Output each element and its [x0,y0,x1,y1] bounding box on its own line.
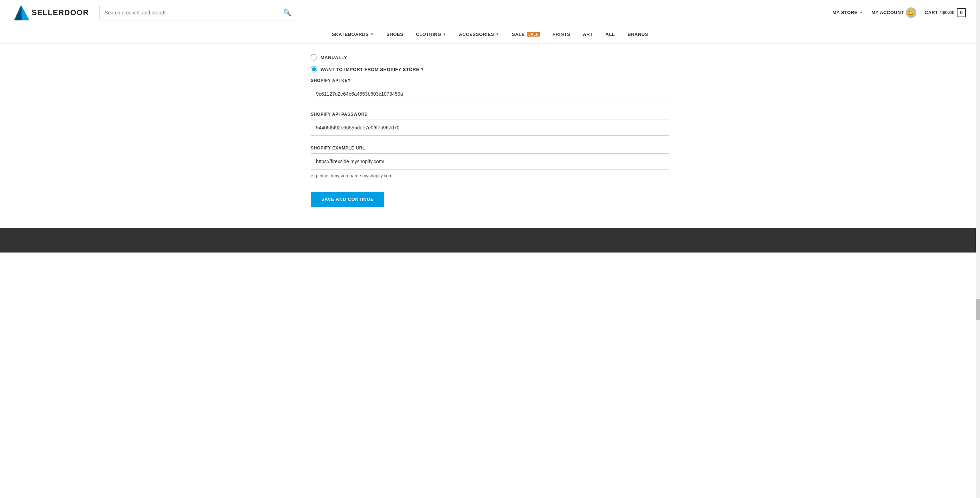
my-store-chevron-icon: ▼ [859,11,863,14]
logo-icon [14,5,30,21]
accessories-chevron-icon: ▼ [496,32,499,36]
sale-badge: SALE [527,32,540,37]
nav-item-skateboards[interactable]: SKATEBOARDS ▼ [332,32,374,37]
save-and-continue-button[interactable]: SAVE AND CONTINUE [311,192,384,207]
my-store-button[interactable]: MY STORE ▼ [832,10,863,15]
nav-item-clothing[interactable]: CLOTHING ▼ [416,32,446,37]
scrollbar-track[interactable] [976,0,980,252]
nav-item-sale[interactable]: SALE SALE [512,32,539,37]
nav-item-prints[interactable]: PRINTS [552,32,571,37]
api-password-label: SHOPIFY API PASSWORD [311,112,669,117]
api-password-input[interactable] [311,120,669,136]
search-icon: 🔍 [283,9,291,16]
clothing-chevron-icon: ▼ [442,32,446,36]
cart-button[interactable]: CART / $0.00 0 [925,8,966,17]
api-key-section: SHOPIFY API KEY [311,78,669,102]
shopify-import-label: WANT TO IMPORT FROM SHOPIFY STORE ? [321,67,423,72]
footer [0,228,980,252]
example-url-hint: e.g. https://mystorename.myshopify.com [311,173,669,178]
main-content: MANUALLY WANT TO IMPORT FROM SHOPIFY STO… [297,44,683,228]
example-url-section: SHOPIFY EXAMPLE URL e.g. https://mystore… [311,145,669,178]
api-key-input[interactable] [311,86,669,102]
example-url-input[interactable] [311,153,669,169]
manually-radio[interactable] [311,54,317,61]
manually-radio-option[interactable]: MANUALLY [311,54,669,61]
main-nav: SKATEBOARDS ▼ SHOES CLOTHING ▼ ACCESSORI… [0,26,980,44]
example-url-label: SHOPIFY EXAMPLE URL [311,145,669,150]
shopify-radio-option[interactable]: WANT TO IMPORT FROM SHOPIFY STORE ? [311,66,669,72]
manually-label: MANUALLY [321,55,347,60]
nav-item-shoes[interactable]: SHOES [386,32,403,37]
my-account-button[interactable]: MY ACCOUNT 😀 [871,7,916,18]
search-bar: 🔍 [99,5,296,21]
api-key-label: SHOPIFY API KEY [311,78,669,83]
logo[interactable]: SELLERDOOR [14,5,89,21]
header: SELLERDOOR 🔍 MY STORE ▼ MY ACCOUNT 😀 CAR… [0,0,980,26]
logo-text: SELLERDOOR [32,8,89,17]
avatar: 😀 [906,7,916,18]
search-input[interactable] [105,10,283,16]
svg-marker-2 [15,6,22,21]
skateboards-chevron-icon: ▼ [370,32,374,36]
shopify-radio[interactable] [311,66,317,72]
api-password-section: SHOPIFY API PASSWORD [311,112,669,136]
header-right: MY STORE ▼ MY ACCOUNT 😀 CART / $0.00 0 [832,7,966,18]
nav-item-accessories[interactable]: ACCESSORIES ▼ [459,32,500,37]
cart-count-badge: 0 [957,8,966,17]
nav-item-art[interactable]: ART [583,32,593,37]
nav-item-brands[interactable]: BRANDS [627,32,648,37]
nav-item-all[interactable]: ALL [606,32,615,37]
